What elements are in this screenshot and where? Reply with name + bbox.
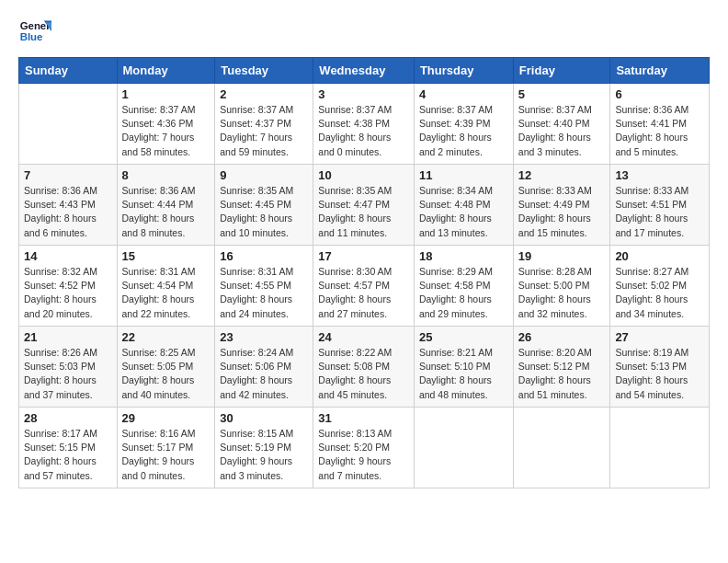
calendar-day-cell: 12Sunrise: 8:33 AM Sunset: 4:49 PM Dayli… xyxy=(513,165,610,246)
day-number: 18 xyxy=(419,249,508,263)
calendar-day-cell: 6Sunrise: 8:36 AM Sunset: 4:41 PM Daylig… xyxy=(610,84,710,165)
day-number: 27 xyxy=(615,330,704,344)
day-number: 25 xyxy=(419,330,508,344)
calendar-week-row: 14Sunrise: 8:32 AM Sunset: 4:52 PM Dayli… xyxy=(19,246,710,327)
day-info: Sunrise: 8:21 AM Sunset: 5:10 PM Dayligh… xyxy=(419,346,508,402)
day-info: Sunrise: 8:36 AM Sunset: 4:44 PM Dayligh… xyxy=(122,184,210,240)
calendar-day-cell: 18Sunrise: 8:29 AM Sunset: 4:58 PM Dayli… xyxy=(414,246,513,327)
day-info: Sunrise: 8:37 AM Sunset: 4:37 PM Dayligh… xyxy=(220,103,308,159)
calendar-day-cell: 19Sunrise: 8:28 AM Sunset: 5:00 PM Dayli… xyxy=(513,246,610,327)
day-info: Sunrise: 8:16 AM Sunset: 5:17 PM Dayligh… xyxy=(122,427,210,483)
calendar-day-cell: 9Sunrise: 8:35 AM Sunset: 4:45 PM Daylig… xyxy=(215,165,313,246)
day-number: 2 xyxy=(220,87,308,101)
day-number: 17 xyxy=(318,249,409,263)
logo-icon: General Blue xyxy=(18,15,51,48)
day-info: Sunrise: 8:26 AM Sunset: 5:03 PM Dayligh… xyxy=(24,346,112,402)
day-info: Sunrise: 8:13 AM Sunset: 5:20 PM Dayligh… xyxy=(318,427,409,483)
day-number: 22 xyxy=(122,330,210,344)
calendar-day-cell: 20Sunrise: 8:27 AM Sunset: 5:02 PM Dayli… xyxy=(610,246,710,327)
calendar-day-cell: 5Sunrise: 8:37 AM Sunset: 4:40 PM Daylig… xyxy=(513,84,610,165)
day-number: 16 xyxy=(220,249,308,263)
day-number: 31 xyxy=(318,411,409,425)
calendar-day-cell: 30Sunrise: 8:15 AM Sunset: 5:19 PM Dayli… xyxy=(215,408,313,488)
day-info: Sunrise: 8:37 AM Sunset: 4:39 PM Dayligh… xyxy=(419,103,508,159)
day-info: Sunrise: 8:15 AM Sunset: 5:19 PM Dayligh… xyxy=(220,427,308,483)
svg-text:Blue: Blue xyxy=(20,31,43,42)
day-number: 20 xyxy=(615,249,704,263)
day-info: Sunrise: 8:27 AM Sunset: 5:02 PM Dayligh… xyxy=(615,265,704,321)
day-number: 10 xyxy=(318,168,409,182)
page: General Blue SundayMondayTuesdayWednesda… xyxy=(0,0,728,563)
day-info: Sunrise: 8:29 AM Sunset: 4:58 PM Dayligh… xyxy=(419,265,508,321)
weekday-header-tuesday: Tuesday xyxy=(215,58,313,84)
day-info: Sunrise: 8:31 AM Sunset: 4:55 PM Dayligh… xyxy=(220,265,308,321)
calendar-week-row: 7Sunrise: 8:36 AM Sunset: 4:43 PM Daylig… xyxy=(19,165,710,246)
day-number: 4 xyxy=(419,87,508,101)
day-info: Sunrise: 8:31 AM Sunset: 4:54 PM Dayligh… xyxy=(122,265,210,321)
empty-day-cell xyxy=(610,408,710,488)
day-info: Sunrise: 8:20 AM Sunset: 5:12 PM Dayligh… xyxy=(518,346,606,402)
weekday-header-friday: Friday xyxy=(513,58,610,84)
day-number: 30 xyxy=(220,411,308,425)
day-number: 6 xyxy=(615,87,704,101)
calendar-day-cell: 2Sunrise: 8:37 AM Sunset: 4:37 PM Daylig… xyxy=(215,84,313,165)
weekday-header-monday: Monday xyxy=(117,58,215,84)
calendar-day-cell: 7Sunrise: 8:36 AM Sunset: 4:43 PM Daylig… xyxy=(19,165,118,246)
calendar-day-cell: 28Sunrise: 8:17 AM Sunset: 5:15 PM Dayli… xyxy=(19,408,118,488)
calendar-day-cell: 31Sunrise: 8:13 AM Sunset: 5:20 PM Dayli… xyxy=(313,408,415,488)
calendar-table: SundayMondayTuesdayWednesdayThursdayFrid… xyxy=(18,57,710,488)
calendar-day-cell: 13Sunrise: 8:33 AM Sunset: 4:51 PM Dayli… xyxy=(610,165,710,246)
weekday-header-saturday: Saturday xyxy=(610,58,710,84)
day-number: 21 xyxy=(24,330,112,344)
day-info: Sunrise: 8:19 AM Sunset: 5:13 PM Dayligh… xyxy=(615,346,704,402)
day-number: 8 xyxy=(122,168,210,182)
calendar-week-row: 1Sunrise: 8:37 AM Sunset: 4:36 PM Daylig… xyxy=(19,84,710,165)
day-number: 1 xyxy=(122,87,210,101)
day-number: 11 xyxy=(419,168,508,182)
day-number: 28 xyxy=(24,411,112,425)
calendar-day-cell: 14Sunrise: 8:32 AM Sunset: 4:52 PM Dayli… xyxy=(19,246,118,327)
calendar-day-cell: 15Sunrise: 8:31 AM Sunset: 4:54 PM Dayli… xyxy=(117,246,215,327)
empty-day-cell xyxy=(414,408,513,488)
day-number: 14 xyxy=(24,249,112,263)
day-number: 12 xyxy=(518,168,606,182)
calendar-day-cell: 26Sunrise: 8:20 AM Sunset: 5:12 PM Dayli… xyxy=(513,327,610,408)
weekday-header-sunday: Sunday xyxy=(19,58,118,84)
calendar-day-cell: 17Sunrise: 8:30 AM Sunset: 4:57 PM Dayli… xyxy=(313,246,415,327)
calendar-week-row: 21Sunrise: 8:26 AM Sunset: 5:03 PM Dayli… xyxy=(19,327,710,408)
day-info: Sunrise: 8:17 AM Sunset: 5:15 PM Dayligh… xyxy=(24,427,112,483)
day-info: Sunrise: 8:32 AM Sunset: 4:52 PM Dayligh… xyxy=(24,265,112,321)
logo: General Blue xyxy=(18,15,51,48)
calendar-day-cell: 22Sunrise: 8:25 AM Sunset: 5:05 PM Dayli… xyxy=(117,327,215,408)
day-info: Sunrise: 8:24 AM Sunset: 5:06 PM Dayligh… xyxy=(220,346,308,402)
day-info: Sunrise: 8:37 AM Sunset: 4:36 PM Dayligh… xyxy=(122,103,210,159)
day-info: Sunrise: 8:22 AM Sunset: 5:08 PM Dayligh… xyxy=(318,346,409,402)
day-info: Sunrise: 8:33 AM Sunset: 4:51 PM Dayligh… xyxy=(615,184,704,240)
calendar-day-cell: 8Sunrise: 8:36 AM Sunset: 4:44 PM Daylig… xyxy=(117,165,215,246)
day-number: 3 xyxy=(318,87,409,101)
calendar-day-cell: 29Sunrise: 8:16 AM Sunset: 5:17 PM Dayli… xyxy=(117,408,215,488)
day-number: 5 xyxy=(518,87,606,101)
calendar-day-cell: 4Sunrise: 8:37 AM Sunset: 4:39 PM Daylig… xyxy=(414,84,513,165)
day-number: 19 xyxy=(518,249,606,263)
day-info: Sunrise: 8:28 AM Sunset: 5:00 PM Dayligh… xyxy=(518,265,606,321)
calendar-day-cell: 16Sunrise: 8:31 AM Sunset: 4:55 PM Dayli… xyxy=(215,246,313,327)
calendar-day-cell: 27Sunrise: 8:19 AM Sunset: 5:13 PM Dayli… xyxy=(610,327,710,408)
day-info: Sunrise: 8:33 AM Sunset: 4:49 PM Dayligh… xyxy=(518,184,606,240)
day-number: 23 xyxy=(220,330,308,344)
day-info: Sunrise: 8:36 AM Sunset: 4:41 PM Dayligh… xyxy=(615,103,704,159)
day-info: Sunrise: 8:37 AM Sunset: 4:38 PM Dayligh… xyxy=(318,103,409,159)
day-info: Sunrise: 8:35 AM Sunset: 4:47 PM Dayligh… xyxy=(318,184,409,240)
day-info: Sunrise: 8:30 AM Sunset: 4:57 PM Dayligh… xyxy=(318,265,409,321)
day-info: Sunrise: 8:36 AM Sunset: 4:43 PM Dayligh… xyxy=(24,184,112,240)
day-number: 24 xyxy=(318,330,409,344)
calendar-day-cell: 10Sunrise: 8:35 AM Sunset: 4:47 PM Dayli… xyxy=(313,165,415,246)
day-number: 13 xyxy=(615,168,704,182)
calendar-day-cell: 25Sunrise: 8:21 AM Sunset: 5:10 PM Dayli… xyxy=(414,327,513,408)
day-number: 9 xyxy=(220,168,308,182)
day-info: Sunrise: 8:37 AM Sunset: 4:40 PM Dayligh… xyxy=(518,103,606,159)
day-info: Sunrise: 8:35 AM Sunset: 4:45 PM Dayligh… xyxy=(220,184,308,240)
calendar-day-cell: 21Sunrise: 8:26 AM Sunset: 5:03 PM Dayli… xyxy=(19,327,118,408)
day-info: Sunrise: 8:34 AM Sunset: 4:48 PM Dayligh… xyxy=(419,184,508,240)
weekday-header-row: SundayMondayTuesdayWednesdayThursdayFrid… xyxy=(19,58,710,84)
